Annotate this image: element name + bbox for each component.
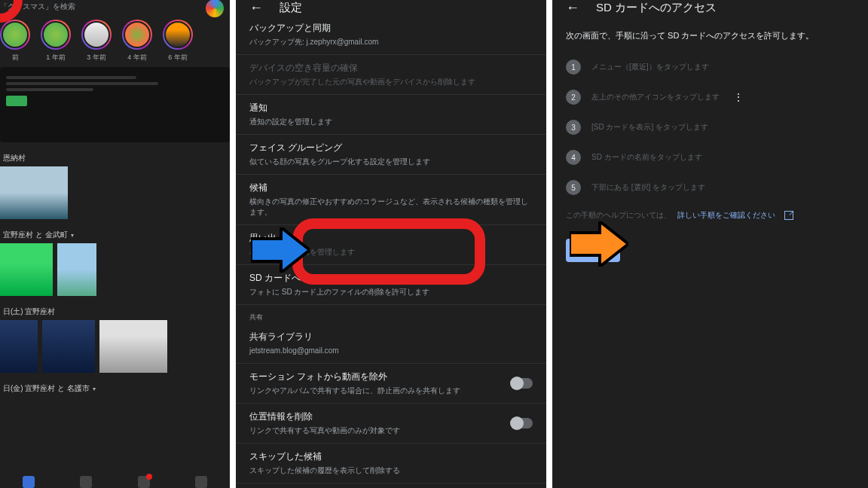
settings-item-sub: バックアップが完了した元の写真や動画をデバイスから削除します [249, 77, 533, 87]
settings-item-sub: 通知の設定を管理します [249, 117, 533, 127]
step-text: 左上のその他アイコンをタップします [591, 92, 720, 102]
story-item[interactable]: 1 年前 [41, 20, 71, 63]
step-number: 1 [566, 59, 581, 75]
chevron-down-icon: ▾ [71, 232, 74, 239]
photo-thumb[interactable] [0, 320, 38, 373]
photo-thumb[interactable] [57, 243, 96, 296]
settings-item-title: デバイスの空き容量の確保 [249, 62, 533, 75]
step-number: 2 [566, 90, 581, 105]
hint-prefix: この手順のヘルプについては、 [566, 210, 671, 221]
settings-item-title: モーション フォトから動画を除外 [249, 371, 533, 383]
more-vert-icon: ⋮ [733, 91, 744, 103]
step-text: 下部にある [選択] をタップします [591, 182, 705, 193]
step-row: 1メニュー（[最近]）をタップします [566, 59, 854, 75]
photo-thumb[interactable] [99, 320, 167, 373]
step-number: 4 [566, 150, 581, 165]
nav-search-icon[interactable] [80, 476, 92, 488]
story-item[interactable]: 3 年前 [81, 20, 112, 63]
settings-item-sub: jetstream.blog@gmail.com [249, 346, 533, 356]
settings-item-face-grouping[interactable]: フェイス グルーピング 似ている顔の写真をグループ化する設定を管理します [236, 135, 546, 175]
settings-item-motion-exclude[interactable]: モーション フォトから動画を除外 リンクやアルバムで共有する場合に、静止画のみを… [236, 364, 546, 404]
header-title: 設定 [280, 1, 302, 15]
svg-marker-0 [251, 227, 310, 273]
step-text: [SD カードを表示] をタップします [591, 122, 708, 133]
toggle-switch[interactable] [512, 378, 533, 389]
photo-thumb[interactable] [0, 243, 53, 296]
section-header: 恩納村 [0, 148, 230, 166]
intro-text: 次の画面で、手順に沿って SD カードへのアクセスを許可します。 [566, 30, 854, 41]
section-header: 宜野座村 と 金武町▾ [0, 225, 230, 243]
step-row: 2左上のその他アイコンをタップします⋮ [566, 90, 854, 105]
bottom-nav [0, 476, 230, 488]
header-title: SD カードへのアクセス [596, 1, 717, 15]
top-bar: 「クリスマス」を検索 [0, 0, 230, 12]
settings-item-skipped[interactable]: スキップした候補 スキップした候補の履歴を表示して削除する [236, 444, 546, 483]
back-arrow-icon[interactable]: ← [566, 0, 579, 16]
nav-library-icon[interactable] [195, 476, 207, 488]
step-text: SD カードの名前をタップします [591, 152, 702, 163]
story-label: 3 年前 [87, 53, 106, 63]
settings-header: ← 設定 [236, 0, 546, 15]
photo-thumb[interactable] [0, 166, 68, 219]
orange-arrow-icon [570, 221, 628, 267]
story-item[interactable]: 6 年前 [163, 20, 193, 63]
settings-item-title: スキップした候補 [249, 450, 533, 463]
photo-thumb[interactable] [42, 320, 95, 373]
settings-group-label: GOOGLE アプリ [236, 483, 546, 488]
step-number: 5 [566, 180, 581, 195]
settings-item-title: 候補 [249, 181, 533, 194]
settings-item-title: 共有ライブラリ [249, 331, 533, 343]
settings-item-sub: 似ている顔の写真をグループ化する設定を管理します [249, 157, 533, 167]
thumb-row [0, 166, 230, 225]
settings-item-title: フェイス グルーピング [249, 142, 533, 154]
svg-marker-1 [570, 221, 628, 267]
open-external-icon [784, 211, 793, 220]
story-label: 4 年前 [127, 53, 147, 63]
step-number: 3 [566, 120, 581, 135]
memories-row: 前 1 年前 3 年前 4 年前 6 年前 [0, 12, 230, 64]
step-row: 3[SD カードを表示] をタップします [566, 120, 854, 135]
step-row: 5下部にある [選択] をタップします [566, 180, 854, 195]
sd-header: ← SD カードへのアクセス [552, 0, 868, 15]
settings-item-sub: 横向きの写真の修正やおすすめのコラージュなど、表示される候補の種類を管理します。 [249, 197, 533, 218]
thumb-row [0, 243, 230, 302]
settings-group-label: 共有 [236, 305, 546, 324]
section-header: 日(土) 宜野座村 [0, 302, 230, 320]
section-header: 日(金) 宜野座村 と 名護市▾ [0, 379, 230, 397]
step-row: 4SD カードの名前をタップします [566, 150, 854, 165]
settings-item-freeup[interactable]: デバイスの空き容量の確保 バックアップが完了した元の写真や動画をデバイスから削除… [236, 55, 546, 95]
settings-item-suggestions[interactable]: 候補 横向きの写真の修正やおすすめのコラージュなど、表示される候補の種類を管理し… [236, 175, 546, 225]
settings-item-sub: スキップした候補の履歴を表示して削除する [249, 465, 533, 476]
back-arrow-icon[interactable]: ← [249, 0, 263, 16]
settings-item-sub: リンクで共有する写真や動画のみが対象です [249, 425, 533, 436]
story-item[interactable]: 4 年前 [122, 20, 152, 63]
story-label: 1 年前 [46, 53, 66, 63]
chevron-down-icon: ▾ [93, 386, 96, 392]
story-item[interactable]: 前 [0, 20, 30, 63]
nav-sharing-icon[interactable] [138, 476, 150, 488]
hint-row: この手順のヘルプについては、 詳しい手順をご確認ください [566, 210, 854, 221]
settings-item-shared-library[interactable]: 共有ライブラリ jetstream.blog@gmail.com [236, 324, 546, 364]
story-label: 6 年前 [168, 53, 188, 63]
settings-item-notifications[interactable]: 通知 通知の設定を管理します [236, 95, 546, 135]
toggle-switch[interactable] [512, 418, 533, 429]
step-text: メニュー（[最近]）をタップします [591, 62, 709, 72]
promo-action-chip[interactable] [6, 96, 27, 106]
blue-arrow-icon [251, 227, 310, 273]
settings-item-backup[interactable]: バックアップと同期 バックアップ先: j.zephyrx@gmail.com [236, 15, 546, 55]
settings-item-title: 通知 [249, 102, 533, 114]
photos-app-panel: 「クリスマス」を検索 前 1 年前 3 年前 4 年前 6 年前 恩納村 宜野座… [0, 0, 236, 488]
account-avatar[interactable] [206, 0, 224, 17]
hint-link[interactable]: 詳しい手順をご確認ください [677, 210, 775, 221]
nav-photos-icon[interactable] [23, 476, 35, 488]
settings-item-sub: フォトに SD カード上のファイルの削除を許可します [249, 287, 533, 297]
search-input[interactable]: 「クリスマス」を検索 [0, 2, 206, 12]
settings-item-sub: バックアップ先: j.zephyrx@gmail.com [249, 37, 533, 47]
settings-item-remove-location[interactable]: 位置情報を削除 リンクで共有する写真や動画のみが対象です [236, 404, 546, 444]
promo-card[interactable] [0, 67, 230, 142]
settings-item-title: 位置情報を削除 [249, 410, 533, 423]
settings-item-title: バックアップと同期 [249, 22, 533, 35]
settings-item-title: SD カードへのアクセス [249, 272, 533, 285]
thumb-row [0, 320, 230, 379]
settings-item-sub: リンクやアルバムで共有する場合に、静止画のみを共有します [249, 386, 533, 396]
